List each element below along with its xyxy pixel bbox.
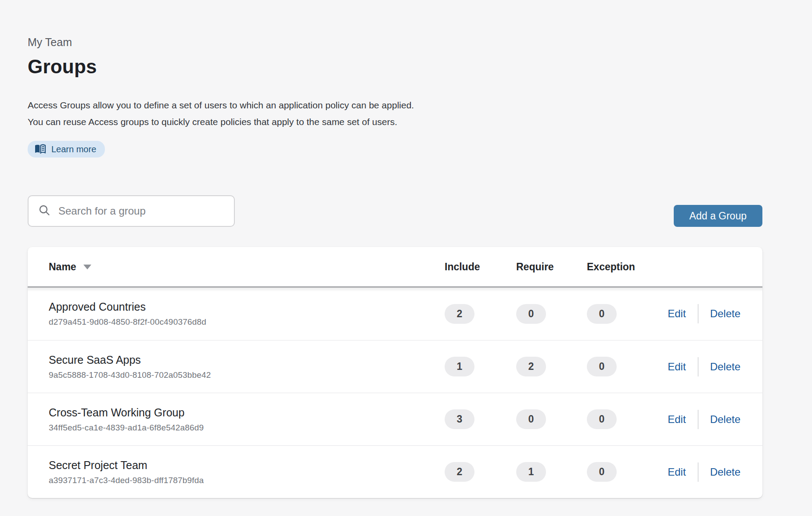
column-header-include: Include xyxy=(445,261,516,273)
exception-count-cell: 0 xyxy=(587,409,666,429)
delete-link[interactable]: Delete xyxy=(710,308,740,320)
require-count-cell: 0 xyxy=(516,304,587,324)
name-column-label: Name xyxy=(49,261,76,273)
require-count-cell: 2 xyxy=(516,357,587,376)
row-actions-cell: Edit Delete xyxy=(666,357,741,376)
search-icon xyxy=(38,204,50,218)
edit-link[interactable]: Edit xyxy=(668,308,686,320)
table-row: Cross-Team Working Group 34ff5ed5-ca1e-4… xyxy=(28,393,762,445)
group-name: Approved Countries xyxy=(49,301,445,313)
page-title: Groups xyxy=(28,56,762,78)
table-row: Secure SaaS Apps 9a5c5888-1708-43d0-8108… xyxy=(28,340,762,393)
include-count-cell: 1 xyxy=(445,357,516,376)
toolbar: Add a Group xyxy=(28,195,762,227)
include-count-badge: 2 xyxy=(445,304,474,324)
add-group-button[interactable]: Add a Group xyxy=(674,205,762,227)
sort-descending-caret-icon xyxy=(83,265,91,269)
group-search-box[interactable] xyxy=(28,195,235,227)
group-name-cell: Cross-Team Working Group 34ff5ed5-ca1e-4… xyxy=(49,406,445,433)
row-actions-cell: Edit Delete xyxy=(666,304,741,323)
row-actions-cell: Edit Delete xyxy=(666,462,741,482)
search-input[interactable] xyxy=(58,205,224,217)
group-uuid: 9a5c5888-1708-43d0-8108-702a053bbe42 xyxy=(49,370,445,380)
include-count-cell: 2 xyxy=(445,462,516,482)
book-icon xyxy=(34,144,46,154)
group-name: Cross-Team Working Group xyxy=(49,406,445,419)
column-header-require: Require xyxy=(516,261,587,273)
table-row: Secret Project Team a3937171-a7c3-4ded-9… xyxy=(28,445,762,498)
column-header-name[interactable]: Name xyxy=(49,261,445,273)
breadcrumb: My Team xyxy=(28,36,762,49)
description-line-2: You can reuse Access groups to quickly c… xyxy=(28,114,762,130)
exception-count-cell: 0 xyxy=(587,462,666,482)
exception-count-cell: 0 xyxy=(587,304,666,324)
learn-more-button[interactable]: Learn more xyxy=(28,141,105,158)
group-uuid: d279a451-9d08-4850-8f2f-00c490376d8d xyxy=(49,317,445,327)
include-count-badge: 1 xyxy=(445,357,474,376)
column-header-exception: Exception xyxy=(587,261,666,273)
edit-link[interactable]: Edit xyxy=(668,413,686,426)
require-count-badge: 2 xyxy=(516,357,546,376)
table-row: Approved Countries d279a451-9d08-4850-8f… xyxy=(28,287,762,340)
action-divider xyxy=(698,357,698,376)
include-count-cell: 3 xyxy=(445,409,516,429)
row-actions-cell: Edit Delete xyxy=(666,410,741,429)
include-count-badge: 3 xyxy=(445,409,474,429)
exception-count-cell: 0 xyxy=(587,357,666,376)
action-divider xyxy=(698,304,698,323)
include-count-cell: 2 xyxy=(445,304,516,324)
page-description: Access Groups allow you to define a set … xyxy=(28,97,762,130)
require-count-cell: 0 xyxy=(516,409,587,429)
group-uuid: 34ff5ed5-ca1e-4839-ad1a-6f8e542a86d9 xyxy=(49,423,445,433)
edit-link[interactable]: Edit xyxy=(668,361,686,373)
include-count-badge: 2 xyxy=(445,462,474,482)
delete-link[interactable]: Delete xyxy=(710,466,740,478)
exception-count-badge: 0 xyxy=(587,357,617,376)
exception-count-badge: 0 xyxy=(587,304,617,324)
group-name: Secure SaaS Apps xyxy=(49,354,445,366)
table-body: Approved Countries d279a451-9d08-4850-8f… xyxy=(28,287,762,498)
require-count-badge: 0 xyxy=(516,409,546,429)
action-divider xyxy=(698,410,698,429)
exception-count-badge: 0 xyxy=(587,409,617,429)
group-name-cell: Secret Project Team a3937171-a7c3-4ded-9… xyxy=(49,459,445,485)
require-count-badge: 1 xyxy=(516,462,546,482)
delete-link[interactable]: Delete xyxy=(710,361,740,373)
edit-link[interactable]: Edit xyxy=(668,466,686,478)
groups-table: Name Include Require Exception Approved … xyxy=(28,247,762,498)
table-header-row: Name Include Require Exception xyxy=(28,247,762,287)
group-name-cell: Approved Countries d279a451-9d08-4850-8f… xyxy=(49,301,445,327)
action-divider xyxy=(698,462,698,482)
group-uuid: a3937171-a7c3-4ded-983b-dff1787b9fda xyxy=(49,476,445,485)
require-count-badge: 0 xyxy=(516,304,546,324)
description-line-1: Access Groups allow you to define a set … xyxy=(28,97,762,114)
require-count-cell: 1 xyxy=(516,462,587,482)
learn-more-label: Learn more xyxy=(51,144,96,154)
group-name-cell: Secure SaaS Apps 9a5c5888-1708-43d0-8108… xyxy=(49,354,445,380)
delete-link[interactable]: Delete xyxy=(710,413,740,426)
group-name: Secret Project Team xyxy=(49,459,445,472)
exception-count-badge: 0 xyxy=(587,462,617,482)
